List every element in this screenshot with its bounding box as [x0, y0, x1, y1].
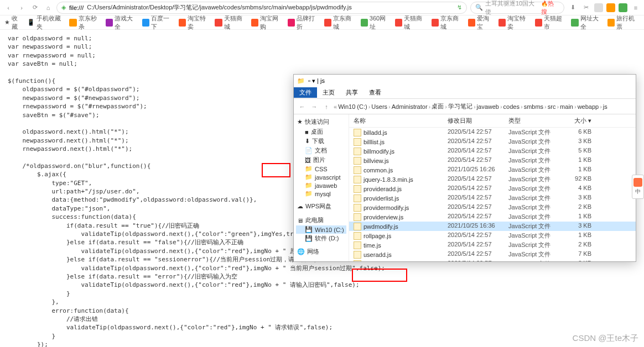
tab-share[interactable]: 共享 — [340, 87, 363, 98]
breadcrumb[interactable]: « Win10 (C:) › Users › Administrator › 桌… — [334, 102, 607, 111]
file-row[interactable]: jquery-1.8.3.min.js2020/5/14 22:57JavaSc… — [349, 175, 636, 184]
col-size[interactable]: 大小 ▾ — [558, 117, 591, 125]
ext-icon-1[interactable] — [594, 3, 603, 12]
breadcrumb-segment[interactable]: webapp — [578, 103, 599, 110]
bookmark-item[interactable]: 淘宝特卖 — [179, 14, 211, 31]
col-date[interactable]: 修改日期 — [448, 117, 508, 125]
download-icon[interactable]: ⬇ — [568, 3, 578, 13]
bookmark-item[interactable]: 京东商城 — [324, 14, 356, 31]
col-name[interactable]: 名称 — [354, 117, 448, 125]
bookmark-item[interactable]: 爱淘宝 — [468, 14, 494, 31]
forward-button[interactable]: › — [17, 3, 27, 13]
breadcrumb-segment[interactable]: Win10 (C:) — [338, 103, 367, 110]
ext-icon-3[interactable] — [619, 3, 627, 12]
breadcrumb-segment[interactable]: Users — [371, 103, 387, 110]
explorer-back[interactable]: ← — [297, 102, 307, 112]
tab-file[interactable]: 文件 — [294, 87, 317, 98]
file-row[interactable]: providerlist.js2020/5/14 22:57JavaScript… — [349, 193, 636, 203]
file-row[interactable]: providermodify.js2020/5/14 22:57JavaScri… — [349, 203, 636, 212]
col-type[interactable]: 类型 — [508, 117, 558, 125]
sidebar-mysql[interactable]: 📁 mysql — [296, 190, 346, 198]
breadcrumb-segment[interactable]: js — [603, 103, 607, 110]
bookmark-item[interactable]: 天猫商城 — [215, 14, 247, 31]
network-header[interactable]: 🌐 网络 — [296, 246, 346, 257]
sidebar-javaweb[interactable]: 📁 javaweb — [296, 181, 346, 190]
breadcrumb-segment[interactable]: smbms — [524, 103, 543, 110]
js-file-icon — [354, 223, 361, 230]
tab-home[interactable]: 主页 — [317, 87, 340, 98]
bookmark-item[interactable]: 旅行机票 — [607, 14, 640, 31]
ime-text: 中 — [635, 188, 641, 196]
bookmark-item[interactable]: 网址大全 — [571, 14, 603, 31]
lightning-icon: ↯ — [457, 4, 462, 11]
reload-button[interactable]: ⟳ — [30, 3, 40, 13]
sidebar-css[interactable]: 📁 CSS — [296, 165, 346, 173]
back-button[interactable]: ‹ — [3, 3, 13, 13]
breadcrumb-segment[interactable]: codes — [503, 103, 520, 110]
explorer-up[interactable]: ↑ — [321, 102, 331, 112]
bookmark-item[interactable]: 百度一下 — [142, 14, 174, 31]
bookmark-item[interactable]: 天猫超市 — [535, 14, 567, 31]
breadcrumb-segment[interactable]: 学习笔记 — [448, 102, 472, 111]
file-row[interactable]: providerview.js2020/5/14 22:57JavaScript… — [349, 212, 636, 222]
bookmark-item[interactable]: 天猫商城 — [395, 14, 427, 31]
quick-access-header[interactable]: ★ 快速访问 — [296, 117, 346, 127]
file-row[interactable]: rollpage.js2020/5/14 22:57JavaScript 文件1… — [349, 231, 636, 240]
extension-icons: ⬇ ✂ ≡ — [568, 3, 641, 13]
file-row[interactable]: billview.js2020/5/14 22:57JavaScript 文件1… — [349, 156, 636, 165]
file-row[interactable]: pwdmodify.js2021/10/25 16:36JavaScript 文… — [349, 222, 636, 231]
this-pc-header[interactable]: 🖥 此电脑 — [296, 215, 346, 225]
sidebar-pictures[interactable]: 🖼 图片 — [296, 155, 346, 165]
breadcrumb-segment[interactable]: main — [560, 103, 573, 110]
home-button[interactable]: ⌂ — [43, 3, 53, 13]
file-row[interactable]: billmodify.js2020/5/14 22:57JavaScript 文… — [349, 146, 636, 156]
js-file-icon — [354, 157, 361, 165]
file-explorer-window: 📁 ▫ ▾ | js 文件 主页 共享 查看 ← → ↑ « Win10 (C:… — [293, 74, 636, 262]
bookmark-item[interactable]: 游戏大全 — [106, 14, 138, 31]
js-file-icon — [354, 260, 361, 262]
sidebar-javascript[interactable]: 📁 javascript — [296, 173, 346, 181]
breadcrumb-segment[interactable]: 桌面 — [432, 102, 444, 111]
breadcrumb-segment[interactable]: Administrator — [392, 103, 428, 110]
file-row[interactable]: billadd.js2020/5/14 22:57JavaScript 文件6 … — [349, 128, 636, 137]
breadcrumb-segment[interactable]: src — [548, 103, 556, 110]
favorites-icon[interactable]: ★ 收藏 — [4, 14, 23, 31]
url-bar[interactable]: ◈ file:/// C:/Users/Administrator/Deskto… — [56, 2, 467, 14]
file-row[interactable]: useradd.js2020/5/14 22:57JavaScript 文件7 … — [349, 250, 636, 259]
ext-icon-2[interactable] — [606, 3, 615, 12]
bookmark-item[interactable]: 淘宝特卖 — [498, 14, 531, 31]
file-row[interactable]: userlist.js2020/5/14 22:57JavaScript 文件3… — [349, 259, 636, 261]
sidebar-drive-d[interactable]: 💾 软件 (D:) — [296, 234, 346, 243]
tab-view[interactable]: 查看 — [363, 87, 387, 98]
shield-icon: ◈ — [61, 4, 66, 11]
url-prefix: file:/// — [69, 4, 84, 11]
menu-icon[interactable]: ≡ — [631, 3, 641, 13]
bookmark-item[interactable]: 淘宝网购 — [251, 14, 283, 31]
bookmark-item[interactable]: 京东秒杀 — [69, 14, 101, 31]
bookmark-item[interactable]: 📱 手机收藏夹 — [27, 14, 65, 31]
ime-panel[interactable]: 中 — [632, 175, 644, 199]
breadcrumb-segment[interactable]: javaweb — [477, 103, 499, 110]
explorer-titlebar[interactable]: 📁 ▫ ▾ | js — [294, 75, 636, 87]
bookmark-item[interactable]: 品牌打折 — [288, 14, 320, 31]
sidebar-documents[interactable]: 📄 文档 — [296, 146, 346, 155]
explorer-nav: ← → ↑ « Win10 (C:) › Users › Administrat… — [294, 99, 636, 114]
file-row[interactable]: time.js2020/5/14 22:57JavaScript 文件2 KB — [349, 240, 636, 250]
scissors-icon[interactable]: ✂ — [581, 3, 591, 13]
hot-badge: 🔥热搜 — [541, 0, 559, 16]
column-headers[interactable]: 名称 修改日期 类型 大小 ▾ — [349, 114, 636, 128]
file-row[interactable]: common.js2021/10/25 16:26JavaScript 文件1 … — [349, 165, 636, 175]
explorer-title: ▫ ▾ | js — [308, 77, 325, 85]
search-box[interactable]: 🔍 土耳其驱逐10国大使 🔥热搜 — [470, 2, 564, 14]
js-file-icon — [354, 204, 361, 212]
explorer-forward[interactable]: → — [309, 102, 319, 112]
sidebar-downloads[interactable]: ⬇ 下载 — [296, 136, 346, 146]
file-row[interactable]: billlist.js2020/5/14 22:57JavaScript 文件3… — [349, 137, 636, 146]
sidebar-desktop[interactable]: ■ 桌面 — [296, 127, 346, 136]
sidebar-drive-c[interactable]: 💾 Win10 (C:) — [296, 225, 346, 234]
bookmark-item[interactable]: 360网址 — [361, 14, 391, 31]
search-placeholder: 土耳其驱逐10国大使 — [485, 0, 539, 16]
file-row[interactable]: provideradd.js2020/5/14 22:57JavaScript … — [349, 184, 636, 193]
wps-header[interactable]: ☁ WPS网盘 — [296, 201, 346, 212]
bookmark-item[interactable]: 京东商城 — [432, 14, 464, 31]
